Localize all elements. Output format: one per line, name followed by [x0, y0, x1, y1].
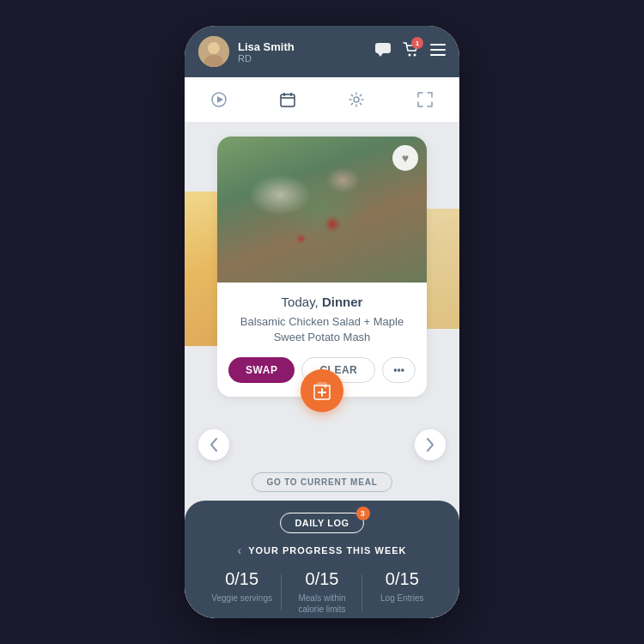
avatar[interactable] [198, 36, 229, 67]
favorite-button[interactable]: ♥ [392, 145, 418, 171]
add-to-log-button[interactable] [301, 369, 343, 412]
svg-marker-4 [378, 53, 383, 57]
user-name: Lisa Smith [238, 40, 295, 53]
svg-point-6 [414, 54, 416, 57]
stat-entries: 0/15 Log Entries [362, 569, 442, 615]
cart-badge: 1 [411, 37, 423, 49]
tab-expand[interactable] [408, 86, 442, 113]
meal-type: Dinner [322, 295, 363, 309]
meal-name: Balsamic Chicken Salad + Maple Sweet Pot… [231, 314, 413, 345]
user-info: Lisa Smith RD [198, 36, 295, 67]
header-actions: 1 [375, 42, 446, 61]
stat-meals-value: 0/15 [282, 569, 361, 589]
svg-marker-11 [217, 96, 223, 103]
svg-rect-8 [430, 49, 446, 51]
daily-log-row: DAILY LOG 3 [202, 513, 442, 533]
user-role: RD [238, 53, 295, 64]
goto-current-area: GO TO CURRENT MEAL [185, 472, 459, 492]
nav-tabs [185, 77, 459, 123]
progress-stats: 0/15 Veggie servings 0/15 Meals withinca… [202, 569, 442, 615]
progress-header: ‹ YOUR PROGRESS THIS WEEK [202, 544, 442, 557]
meal-card: ♥ Today, Dinner Balsamic Chicken Salad +… [217, 137, 427, 397]
stat-entries-label: Log Entries [362, 592, 442, 604]
stat-veggie-value: 0/15 [202, 569, 282, 589]
stat-entries-value: 0/15 [362, 569, 442, 589]
meal-timing: Today, Dinner [231, 295, 413, 309]
daily-log-button[interactable]: DAILY LOG 3 [280, 513, 363, 533]
progress-back-icon[interactable]: ‹ [237, 544, 241, 557]
stat-veggie: 0/15 Veggie servings [202, 569, 282, 615]
svg-rect-7 [430, 44, 446, 46]
svg-point-16 [354, 97, 359, 102]
tab-play[interactable] [202, 86, 236, 113]
more-button[interactable]: ••• [382, 357, 416, 383]
stat-meals-label: Meals withincalorie limits [282, 592, 361, 615]
svg-rect-3 [375, 43, 391, 53]
bottom-section: DAILY LOG 3 ‹ YOUR PROGRESS THIS WEEK 0/… [185, 501, 459, 618]
swap-button[interactable]: SWAP [228, 357, 295, 383]
meal-image: ♥ [217, 137, 427, 283]
message-icon[interactable] [375, 43, 391, 60]
stat-veggie-label: Veggie servings [202, 592, 282, 604]
cart-icon[interactable]: 1 [403, 42, 418, 61]
app-header: Lisa Smith RD 1 [185, 26, 459, 77]
prev-arrow[interactable] [198, 429, 229, 460]
next-arrow[interactable] [415, 429, 446, 460]
svg-point-19 [325, 386, 327, 388]
tab-calendar[interactable] [270, 86, 305, 113]
svg-point-5 [409, 54, 411, 57]
menu-icon[interactable] [430, 44, 446, 59]
daily-log-badge: 3 [356, 507, 370, 520]
svg-rect-9 [430, 54, 446, 56]
progress-title: YOUR PROGRESS THIS WEEK [248, 545, 406, 556]
stat-meals: 0/15 Meals withincalorie limits [282, 569, 361, 615]
tab-settings[interactable] [339, 86, 374, 113]
svg-rect-12 [281, 94, 295, 106]
svg-point-1 [208, 42, 220, 54]
goto-current-button[interactable]: GO TO CURRENT MEAL [252, 472, 392, 492]
